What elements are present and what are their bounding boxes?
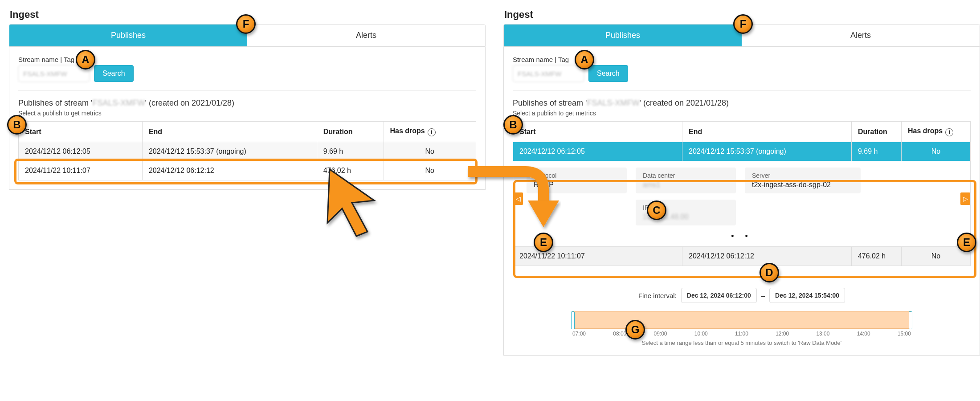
cell-start: 2024/12/12 06:12:05 [513, 142, 682, 161]
annotation-bubble-b-right: B [503, 115, 523, 135]
cell-end: 2024/12/12 15:53:37 (ongoing) [682, 142, 851, 161]
tick: 07:00 [572, 331, 586, 337]
card-label: Data center [643, 172, 729, 179]
search-button[interactable]: Search [588, 65, 628, 82]
interval-to[interactable]: Dec 12, 2024 15:54:00 [769, 288, 845, 303]
card-value: RTMP [534, 181, 620, 189]
col-end[interactable]: End [142, 122, 317, 142]
publishes-subtitle: Publishes of stream 'FSALS-XMFW' (create… [18, 98, 476, 108]
annotation-bubble-a-right: A [575, 50, 594, 70]
subtitle-prefix: Publishes of stream ' [18, 98, 93, 107]
tab-alerts[interactable]: Alerts [742, 25, 980, 46]
info-icon[interactable]: i [945, 128, 953, 136]
cell-duration: 9.69 h [317, 142, 384, 161]
table-row[interactable]: 2024/11/22 10:11:07 2024/12/12 06:12:12 … [513, 247, 971, 266]
interval-from[interactable]: Dec 12, 2024 06:12:00 [681, 288, 757, 303]
tick: 09:00 [653, 331, 667, 337]
interval-label: Fine interval: [638, 292, 677, 299]
time-ticks: 07:00 08:00 09:00 10:00 11:00 12:00 13:0… [572, 331, 911, 337]
col-end[interactable]: End [682, 122, 851, 142]
annotation-bubble-a-left: A [76, 50, 95, 70]
annotation-bubble-g: G [625, 320, 645, 340]
select-hint: Select a publish to get metrics [18, 110, 476, 117]
cell-end: 2024/12/12 06:12:12 [142, 161, 317, 180]
cell-start: 2024/12/12 06:12:05 [19, 142, 143, 161]
divider [18, 90, 476, 90]
annotation-bubble-f-left: F [236, 14, 256, 34]
tick: 13:00 [816, 331, 829, 337]
cell-duration: 476.02 h [317, 161, 384, 180]
panel-content: Stream name | Tag Search Publishes of st… [503, 47, 980, 356]
next-page-arrow[interactable]: ▷ [960, 192, 970, 205]
tick: 08:00 [613, 331, 626, 337]
card-datacenter: Data center ams1 [636, 168, 736, 193]
tick: 11:00 [735, 331, 748, 337]
annotation-bubble-e-left: E [534, 233, 553, 252]
pagination-dots[interactable]: • • [527, 232, 957, 241]
search-field-wrapper: Stream name | Tag [513, 56, 584, 82]
annotation-bubble-c: C [647, 200, 666, 220]
tab-alerts[interactable]: Alerts [247, 25, 485, 46]
subtitle-stream: FSALS-XMFW [587, 98, 640, 107]
subtitle-prefix: Publishes of stream ' [513, 98, 587, 107]
subtitle-suffix: ' (created on 2021/01/28) [145, 98, 235, 107]
cell-end: 2024/12/12 15:53:37 (ongoing) [142, 142, 317, 161]
tick: 14:00 [857, 331, 870, 337]
cell-drops: No [901, 142, 970, 161]
cell-drops: No [384, 161, 476, 180]
cell-duration: 476.02 h [851, 247, 901, 266]
publish-details: ◁ ▷ Protocol RTMP Data center [513, 161, 970, 246]
detail-expansion-row: ◁ ▷ Protocol RTMP Data center [513, 161, 971, 247]
col-duration[interactable]: Duration [851, 122, 901, 142]
stream-search-input[interactable] [18, 65, 90, 82]
info-icon[interactable]: i [428, 128, 436, 136]
range-handle-right[interactable] [909, 311, 912, 329]
annotation-bubble-d: D [760, 263, 779, 282]
publishes-subtitle: Publishes of stream 'FSALS-XMFW' (create… [513, 98, 971, 108]
fine-interval-section: Fine interval: Dec 12, 2024 06:12:00 – D… [513, 288, 971, 346]
card-label: Server [752, 172, 853, 179]
stream-search-input[interactable] [513, 65, 584, 82]
search-label: Stream name | Tag [513, 56, 584, 63]
col-drops[interactable]: Has dropsi [384, 122, 476, 142]
time-range-slider[interactable] [572, 311, 911, 329]
col-drops[interactable]: Has dropsi [901, 122, 970, 142]
col-start[interactable]: Start [19, 122, 143, 142]
card-value: ams1 [643, 181, 729, 189]
divider [513, 90, 971, 90]
card-server: Server t2x-ingest-ass-do-sgp-02 [745, 168, 861, 193]
col-duration[interactable]: Duration [317, 122, 384, 142]
annotation-bubble-f-right: F [733, 14, 753, 34]
select-hint: Select a publish to get metrics [513, 110, 971, 117]
table-row[interactable]: 2024/11/22 10:11:07 2024/12/12 06:12:12 … [19, 161, 476, 180]
interval-separator: – [761, 292, 765, 299]
subtitle-suffix: ' (created on 2021/01/28) [640, 98, 729, 107]
panel-before: Ingest Publishes Alerts Stream name | Ta… [9, 9, 486, 190]
card-protocol: Protocol RTMP [527, 168, 627, 193]
publishes-table-expanded: Start End Duration Has dropsi 2024/12/12… [513, 121, 971, 266]
col-start[interactable]: Start [513, 122, 682, 142]
tick: 12:00 [776, 331, 789, 337]
tick: 15:00 [898, 331, 911, 337]
cell-start: 2024/11/22 10:11:07 [19, 161, 143, 180]
cell-duration: 9.69 h [851, 142, 901, 161]
search-button[interactable]: Search [94, 65, 134, 82]
tab-publishes[interactable]: Publishes [9, 25, 247, 46]
table-row-selected[interactable]: 2024/12/12 06:12:05 2024/12/12 15:53:37 … [513, 142, 971, 161]
tab-publishes[interactable]: Publishes [504, 25, 742, 46]
table-row[interactable]: 2024/12/12 06:12:05 2024/12/12 15:53:37 … [19, 142, 476, 161]
tick: 10:00 [694, 331, 708, 337]
card-value: t2x-ingest-ass-do-sgp-02 [752, 181, 853, 189]
subtitle-stream: FSALS-XMFW [93, 98, 145, 107]
divider [513, 276, 971, 276]
card-label: Protocol [534, 172, 620, 179]
range-handle-left[interactable] [571, 311, 575, 329]
range-hint: Select a time range less than or equal 5… [513, 340, 971, 346]
cell-drops: No [384, 142, 476, 161]
publishes-table: Start End Duration Has dropsi 2024/12/12… [18, 121, 476, 180]
annotation-bubble-b-left: B [7, 115, 27, 135]
annotation-bubble-e-right: E [957, 233, 976, 252]
prev-page-arrow[interactable]: ◁ [513, 192, 523, 205]
